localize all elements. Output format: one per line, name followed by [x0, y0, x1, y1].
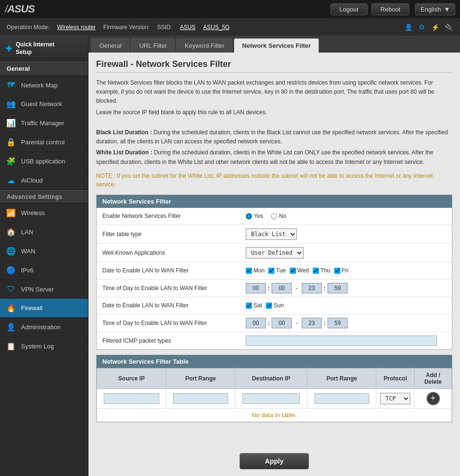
sidebar-item-parental-control[interactable]: 🔒 Parental control — [0, 133, 88, 152]
time-weekend-from-m[interactable] — [272, 318, 292, 328]
day-sun-checkbox[interactable] — [266, 303, 272, 309]
sidebar-item-aicloud[interactable]: ☁ AiCloud — [0, 171, 88, 190]
language-select[interactable]: English ▼ — [415, 3, 455, 15]
input-destination-ip[interactable] — [242, 393, 300, 404]
sidebar-item-label: AiCloud — [21, 177, 43, 184]
col-port-range-2: Port Range — [307, 368, 376, 389]
day-sun[interactable]: Sun — [266, 302, 284, 309]
sidebar-item-network-map[interactable]: 🗺 Network Map — [0, 76, 88, 95]
filter-table-type-select[interactable]: Black List White List — [246, 228, 297, 240]
time-weekend-to-m[interactable] — [328, 318, 348, 328]
sidebar-item-label: Administration — [21, 324, 60, 331]
day-fri[interactable]: Fri — [334, 267, 349, 274]
guest-network-icon: 👥 — [6, 99, 16, 108]
sidebar-item-vpn-server[interactable]: 🛡 VPN Server — [0, 280, 88, 299]
traffic-manager-icon: 📊 — [6, 119, 16, 128]
vpn-icon: 🛡 — [6, 285, 16, 293]
ssid-asus-5g: ASUS_5G — [203, 24, 230, 31]
day-sat[interactable]: Sat — [246, 302, 262, 309]
day-mon-checkbox[interactable] — [246, 268, 252, 274]
table-section: Network Services Filter Table Source IP … — [96, 355, 452, 422]
wan-icon: 🌐 — [6, 247, 16, 256]
time-weekday-from-h[interactable] — [246, 283, 266, 293]
sidebar-item-guest-network[interactable]: 👥 Guest Network — [0, 95, 88, 114]
quick-setup-icon: ✚ — [6, 44, 12, 53]
tab-general[interactable]: General — [91, 38, 130, 53]
time-weekday-control: : - : — [246, 283, 446, 293]
day-wed-checkbox[interactable] — [290, 268, 296, 274]
whitelist-duration: White List Duration : During the schedul… — [96, 148, 452, 166]
sidebar-item-label: VPN Server — [21, 286, 54, 293]
user-icon: 👤 — [404, 22, 413, 32]
enable-filter-yes[interactable]: Yes — [246, 213, 263, 219]
day-tue[interactable]: Tue — [268, 267, 285, 274]
day-sat-checkbox[interactable] — [246, 303, 252, 309]
add-button[interactable]: + — [427, 392, 440, 405]
filter-table: Source IP Port Range Destination IP Port… — [97, 368, 452, 422]
reboot-button[interactable]: Reboot — [372, 3, 410, 15]
day-thu[interactable]: Thu — [313, 267, 330, 274]
filter-row-time-weekend: Time of Day to Enable LAN to WAN Filter … — [97, 314, 452, 332]
enable-filter-no-radio[interactable] — [271, 213, 277, 219]
sidebar-item-system-log[interactable]: 📋 System Log — [0, 337, 88, 356]
sidebar-item-lan[interactable]: 🏠 LAN — [0, 223, 88, 242]
logout-button[interactable]: Logout — [330, 3, 368, 15]
usb-icon: ⚡ — [430, 22, 440, 32]
day-wed[interactable]: Wed — [290, 267, 309, 274]
network-map-icon: 🗺 — [6, 81, 16, 89]
well-known-apps-select[interactable]: User Defined HTTP HTTPS FTP SMTP POP3 — [246, 247, 304, 259]
ssid-label: SSID: — [157, 24, 172, 31]
input-source-ip[interactable] — [104, 393, 159, 404]
admin-icon: 👤 — [6, 323, 16, 332]
icmp-input[interactable] — [246, 335, 437, 346]
time-weekend-to-h[interactable] — [302, 318, 322, 328]
sidebar-item-label: Parental control — [21, 139, 65, 146]
op-mode-label: Operation Mode: — [7, 24, 49, 31]
power-icon: 🔌 — [444, 22, 453, 32]
op-mode-value: Wireless router — [57, 24, 96, 31]
lan-icon: 🏠 — [6, 227, 16, 237]
time-weekday-to-m[interactable] — [328, 283, 348, 293]
apply-section: Apply — [88, 446, 460, 476]
enable-filter-yes-radio[interactable] — [246, 213, 252, 219]
sidebar-item-traffic-manager[interactable]: 📊 Traffic Manager — [0, 114, 88, 133]
date-weekend-control: Sat Sun — [246, 302, 446, 309]
apply-button[interactable]: Apply — [240, 453, 309, 469]
time-weekday-from-m[interactable] — [272, 283, 292, 293]
advanced-settings-title: Advanced Settings — [0, 190, 88, 204]
day-fri-checkbox[interactable] — [334, 268, 340, 274]
cell-port-range-2 — [307, 389, 376, 408]
input-port-range-2[interactable] — [315, 393, 369, 404]
sidebar-item-usb-application[interactable]: 🧩 USB application — [0, 152, 88, 171]
input-port-range-1[interactable] — [173, 393, 228, 404]
tab-url-filter[interactable]: URL Filter — [131, 38, 175, 53]
icmp-control — [246, 335, 446, 346]
filter-table-type-label: Filter table type — [102, 231, 246, 238]
asus-logo: /ASUS — [5, 3, 34, 15]
sidebar-item-label: Network Map — [21, 82, 58, 89]
time-weekday-to-h[interactable] — [302, 283, 322, 293]
usb-app-icon: 🧩 — [6, 157, 16, 166]
firewall-icon: 🔥 — [6, 303, 16, 313]
day-mon[interactable]: Mon — [246, 267, 264, 274]
content-area: Firewall - Network Services Filter The N… — [88, 53, 460, 446]
tab-keyword-filter[interactable]: Keyword Filter — [176, 38, 232, 53]
day-tue-checkbox[interactable] — [268, 268, 274, 274]
day-thu-checkbox[interactable] — [313, 268, 319, 274]
quick-internet-setup[interactable]: ✚ Quick InternetSetup — [0, 36, 88, 61]
system-log-icon: 📋 — [6, 342, 16, 351]
sidebar-item-wireless[interactable]: 📶 Wireless — [0, 204, 88, 223]
sidebar-item-administration[interactable]: 👤 Administration — [0, 318, 88, 337]
time-weekend-from-h[interactable] — [246, 318, 266, 328]
col-destination-ip: Destination IP — [235, 368, 307, 389]
filter-section: Network Services Filter Enable Network S… — [96, 195, 452, 350]
sidebar-item-ipv6[interactable]: 🔵 IPv6 — [0, 261, 88, 280]
enable-filter-no[interactable]: No — [271, 213, 286, 219]
sidebar-item-label: LAN — [21, 228, 33, 236]
sidebar-item-wan[interactable]: 🌐 WAN — [0, 242, 88, 261]
protocol-select[interactable]: TCP UDP Both — [380, 393, 410, 404]
sidebar-item-firewall[interactable]: 🔥 Firewall — [0, 299, 88, 318]
cell-add-delete: + — [415, 389, 452, 408]
page-description: The Network Services filter blocks the L… — [96, 78, 452, 167]
tab-network-services-filter[interactable]: Network Services Filter — [234, 38, 319, 53]
